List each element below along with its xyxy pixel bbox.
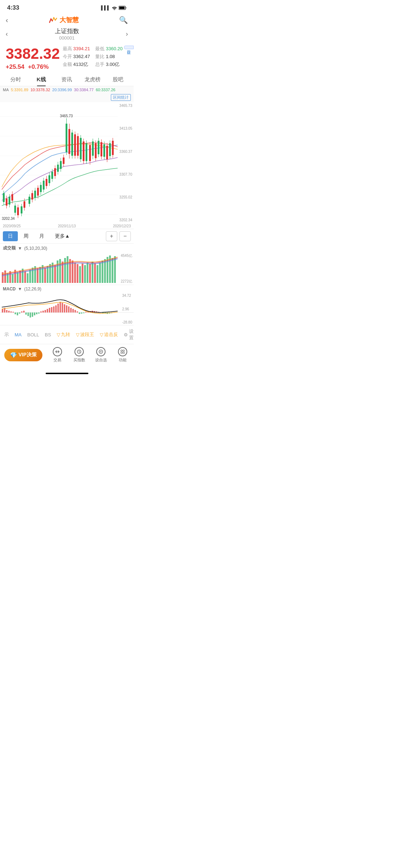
svg-rect-208	[81, 312, 82, 314]
svg-rect-191	[45, 310, 46, 312]
svg-rect-142	[47, 266, 48, 283]
ind-示[interactable]: 示	[4, 331, 9, 338]
nav-watchlist[interactable]: 设自选	[90, 347, 112, 363]
vol-y-axis: 4545亿 2272亿	[120, 253, 133, 285]
svg-rect-227	[123, 350, 124, 351]
svg-rect-188	[38, 312, 40, 314]
svg-rect-198	[60, 302, 61, 312]
svg-rect-76	[68, 129, 70, 154]
k-line-chart[interactable]: 3202.34	[0, 102, 134, 223]
svg-rect-141	[44, 268, 46, 283]
macd-params: (12,26,9)	[24, 286, 41, 291]
svg-rect-178	[17, 312, 18, 315]
svg-rect-206	[77, 311, 78, 312]
ma-stat[interactable]: 区间统计	[111, 94, 131, 101]
amount-row: 金额 4132亿	[63, 61, 96, 68]
stock-name: 上证指数	[8, 27, 126, 35]
ma-label: MA	[3, 88, 9, 92]
svg-rect-163	[99, 263, 101, 283]
ind-MA[interactable]: MA	[15, 332, 22, 337]
svg-rect-63	[57, 165, 59, 172]
period-month[interactable]: 月	[34, 231, 49, 241]
svg-rect-47	[51, 172, 53, 179]
vol-params: (5,10,20,30)	[24, 246, 47, 251]
svg-rect-229	[123, 352, 124, 353]
svg-rect-133	[24, 271, 26, 283]
svg-rect-209	[83, 312, 84, 313]
period-more[interactable]: 更多▲	[50, 231, 75, 241]
search-icon[interactable]: 🔍	[119, 16, 128, 24]
nav-trade[interactable]: 交易	[47, 347, 68, 363]
ind-追击反[interactable]: ▽追击反	[100, 331, 118, 338]
status-bar: 4:33 ▌▌▌	[0, 0, 134, 14]
ind-波段王[interactable]: ▽波段王	[76, 331, 94, 338]
svg-rect-107	[106, 146, 108, 159]
price-left: 3382.32 +25.54 +0.76%	[6, 46, 60, 71]
vol-header: 成交额 ▼ (5,10,20,30)	[0, 244, 134, 253]
svg-rect-210	[85, 312, 87, 312]
ma5: 5:3391.89	[11, 88, 29, 92]
period-week[interactable]: 周	[19, 231, 34, 241]
nav-buy-index[interactable]: 买指数	[68, 347, 90, 363]
svg-rect-228	[121, 352, 122, 353]
tab-龙虎榜[interactable]: 龙虎榜	[79, 73, 105, 86]
svg-rect-105	[101, 142, 102, 156]
svg-rect-159	[89, 264, 91, 283]
zoom-in-button[interactable]: +	[106, 231, 117, 241]
svg-rect-138	[37, 268, 38, 283]
svg-rect-150	[67, 256, 68, 283]
svg-rect-100	[92, 141, 94, 156]
svg-rect-160	[92, 262, 93, 283]
status-icons: ▌▌▌	[101, 5, 127, 10]
back-arrow[interactable]: ‹	[6, 16, 8, 24]
svg-rect-1	[119, 7, 125, 9]
home-indicator	[46, 373, 88, 374]
k-line-svg: 3202.34	[0, 102, 134, 223]
settings-button[interactable]: ⚙ 设置	[124, 328, 134, 341]
macd-label: MACD	[3, 286, 16, 291]
ind-BOLL[interactable]: BOLL	[27, 332, 39, 337]
macd-chart[interactable]: 34.72 2.96 -28.80	[0, 293, 134, 325]
svg-rect-185	[32, 312, 33, 317]
svg-rect-33	[29, 197, 30, 204]
zoom-out-button[interactable]: −	[119, 231, 131, 241]
svg-rect-203	[70, 308, 72, 312]
vol-chart[interactable]: 4545亿 2272亿	[0, 253, 134, 285]
ind-BS[interactable]: BS	[45, 332, 51, 337]
vol-dropdown[interactable]: ▼	[18, 246, 22, 251]
vol-label: 成交额	[3, 245, 16, 251]
tab-资讯[interactable]: 资讯	[54, 73, 80, 86]
trade-label: 交易	[53, 357, 61, 363]
vip-button[interactable]: 💎 VIP决策	[4, 349, 42, 361]
zoom-controls: + −	[106, 231, 131, 241]
svg-rect-226	[121, 350, 122, 351]
vol-svg	[0, 253, 134, 285]
indicator-bar: 示 MA BOLL BS ▽九转 ▽波段王 ▽追击反 ⚙ 设置	[0, 325, 134, 344]
high-row: 最高 3394.21	[63, 46, 96, 52]
svg-rect-197	[57, 304, 59, 312]
svg-text:3202.34: 3202.34	[2, 217, 15, 221]
svg-rect-186	[34, 312, 35, 315]
ind-九转[interactable]: ▽九转	[57, 331, 70, 338]
main-price: 3382.32	[6, 46, 60, 62]
nav-function[interactable]: 功能	[112, 347, 134, 363]
period-day[interactable]: 日	[3, 231, 18, 241]
svg-rect-152	[72, 260, 73, 283]
price-change: +25.54	[6, 63, 24, 71]
next-stock-arrow[interactable]: ›	[126, 30, 128, 38]
svg-rect-168	[112, 258, 113, 283]
tab-股吧[interactable]: 股吧	[105, 73, 131, 86]
wifi-icon	[112, 6, 117, 10]
svg-rect-27	[21, 206, 22, 213]
vol-ratio-row: 量比 1.08	[95, 53, 128, 60]
stock-code: 000001	[8, 35, 126, 41]
svg-rect-14	[9, 197, 10, 205]
macd-dropdown[interactable]: ▼	[18, 286, 22, 291]
tab-K线[interactable]: K线	[29, 73, 54, 86]
svg-rect-199	[62, 303, 63, 312]
period-bar: 日 周 月 更多▲ + −	[0, 229, 134, 244]
svg-rect-79	[71, 133, 73, 156]
panel-button[interactable]: 盘口	[124, 46, 134, 49]
svg-rect-66	[60, 161, 62, 169]
tab-分时[interactable]: 分时	[3, 73, 29, 86]
